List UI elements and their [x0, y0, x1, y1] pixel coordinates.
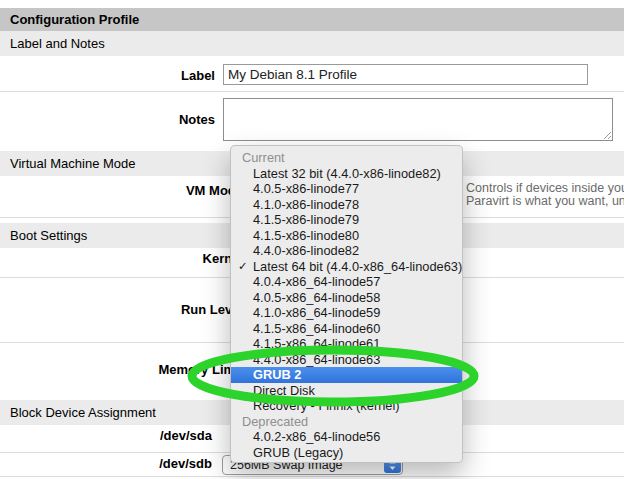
- kernel-option-label: 4.1.5-x86_64-linode60: [253, 321, 380, 336]
- kernel-option[interactable]: 4.1.5-x86_64-linode61: [231, 336, 462, 352]
- kernel-option[interactable]: GRUB 2: [231, 367, 462, 383]
- kernel-option[interactable]: GRUB (Legacy): [231, 445, 462, 461]
- kernel-option-label: 4.1.5-x86-linode80: [253, 228, 359, 243]
- kernel-option[interactable]: 4.0.2-x86_64-linode56: [231, 429, 462, 445]
- kernel-option[interactable]: 4.4.0-x86-linode82: [231, 243, 462, 259]
- kernel-option-label: 4.1.5-x86_64-linode61: [253, 336, 380, 351]
- kernel-option-label: 4.0.4-x86_64-linode57: [253, 274, 380, 289]
- kernel-option[interactable]: 4.1.5-x86-linode80: [231, 228, 462, 244]
- kernel-option-label: 4.4.0-x86_64-linode63: [253, 352, 380, 367]
- kernel-option-label: 4.0.5-x86_64-linode58: [253, 290, 380, 305]
- notes-textarea[interactable]: [223, 98, 613, 141]
- kernel-option[interactable]: Recovery - Finnix (kernel): [231, 398, 462, 414]
- resize-handle-icon[interactable]: [603, 131, 612, 140]
- kernel-group-header: Current: [231, 150, 462, 166]
- kernel-option-label: Direct Disk: [253, 383, 315, 398]
- kernel-option[interactable]: 4.1.0-x86-linode78: [231, 197, 462, 213]
- kernel-option-label: Recovery - Finnix (kernel): [253, 398, 400, 413]
- page-title: Configuration Profile: [0, 8, 624, 31]
- memory-limit-label: Memory Limit: [0, 362, 243, 377]
- kernel-option[interactable]: ✓Latest 64 bit (4.4.0-x86_64-linode63): [231, 259, 462, 275]
- run-level-label: Run Level: [0, 302, 243, 317]
- kernel-option-label: Deprecated: [242, 414, 308, 429]
- vm-mode-help-line2: Paravirt is what you want, unle: [466, 194, 624, 208]
- kernel-option-label: 4.1.0-x86_64-linode59: [253, 305, 380, 320]
- configuration-profile-page: Configuration Profile Label and Notes La…: [0, 0, 624, 479]
- kernel-label: Kernel: [0, 251, 243, 266]
- section-label-and-notes: Label and Notes: [0, 31, 624, 56]
- kernel-option-label: Current: [242, 150, 285, 165]
- checkmark-icon: ✓: [238, 259, 248, 275]
- kernel-option[interactable]: Latest 32 bit (4.4.0-x86-linode82): [231, 166, 462, 182]
- kernel-option-label: 4.1.5-x86-linode79: [253, 212, 359, 227]
- dev-sda-label: /dev/sda: [0, 428, 212, 443]
- kernel-option[interactable]: 4.1.5-x86_64-linode60: [231, 321, 462, 337]
- label-input[interactable]: [223, 64, 588, 85]
- dev-sdb-label: /dev/sdb: [0, 456, 212, 471]
- kernel-option[interactable]: 4.0.5-x86_64-linode58: [231, 290, 462, 306]
- kernel-option[interactable]: 4.0.4-x86_64-linode57: [231, 274, 462, 290]
- kernel-option-label: Latest 32 bit (4.4.0-x86-linode82): [253, 166, 441, 181]
- notes-field-label: Notes: [0, 112, 215, 127]
- vm-mode-help-line1: Controls if devices inside your: [466, 181, 624, 195]
- kernel-dropdown-menu: CurrentLatest 32 bit (4.4.0-x86-linode82…: [230, 145, 463, 463]
- kernel-option[interactable]: Direct Disk: [231, 383, 462, 399]
- kernel-option-label: GRUB 2: [253, 367, 301, 382]
- kernel-option[interactable]: 4.1.0-x86_64-linode59: [231, 305, 462, 321]
- label-field-label: Label: [0, 68, 215, 83]
- kernel-option-label: 4.0.2-x86_64-linode56: [253, 429, 380, 444]
- kernel-option[interactable]: 4.1.5-x86-linode79: [231, 212, 462, 228]
- kernel-option-label: Latest 64 bit (4.4.0-x86_64-linode63): [253, 259, 462, 274]
- divider: [0, 476, 624, 477]
- vm-mode-label: VM Mode: [0, 183, 243, 198]
- kernel-option-label: 4.4.0-x86-linode82: [253, 243, 359, 258]
- kernel-option-label: 4.0.5-x86-linode77: [253, 181, 359, 196]
- kernel-option[interactable]: 4.0.5-x86-linode77: [231, 181, 462, 197]
- kernel-option-label: 4.1.0-x86-linode78: [253, 197, 359, 212]
- kernel-option[interactable]: 4.4.0-x86_64-linode63: [231, 352, 462, 368]
- kernel-option-label: GRUB (Legacy): [253, 445, 343, 460]
- kernel-group-header: Deprecated: [231, 414, 462, 430]
- divider: [0, 91, 624, 92]
- kernel-dropdown-list: CurrentLatest 32 bit (4.4.0-x86-linode82…: [231, 150, 462, 460]
